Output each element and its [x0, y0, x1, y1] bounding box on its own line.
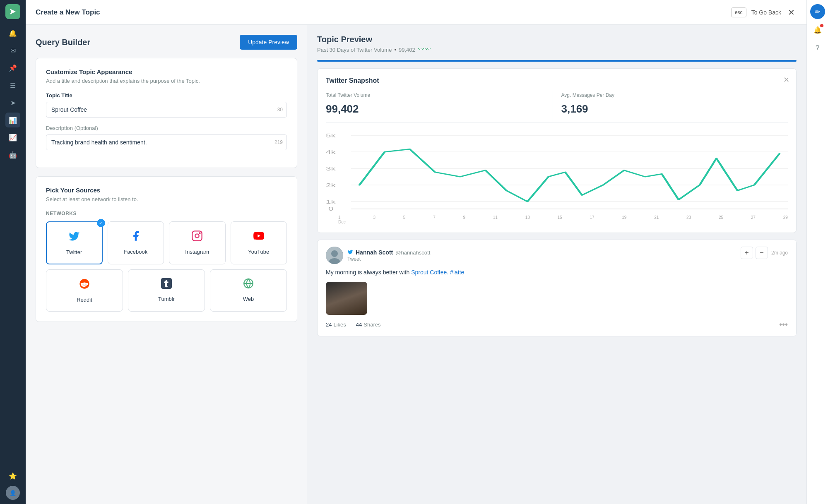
topic-title-label: Topic Title [46, 92, 287, 98]
twitter-bird-small [347, 249, 353, 256]
youtube-label: YouTube [248, 249, 269, 255]
stats-row: Total Twitter Volume 99,402 Avg. Message… [326, 91, 788, 122]
total-volume-stat: Total Twitter Volume 99,402 [326, 91, 553, 122]
tweet-minus-button[interactable]: − [756, 247, 768, 259]
network-card-web[interactable]: Web [210, 269, 287, 312]
sidebar-icon-pin[interactable]: 📌 [5, 60, 20, 75]
edit-icon[interactable]: ✏ [810, 4, 825, 19]
tweet-image-inner [326, 282, 367, 315]
networks-label: Networks [46, 211, 287, 216]
sidebar-icon-notifications[interactable]: 🔔 [5, 26, 20, 41]
youtube-icon [253, 230, 265, 245]
tumblr-icon [161, 278, 172, 292]
network-card-twitter[interactable]: ✓ Twitter [46, 221, 103, 264]
description-wrap: 219 [46, 134, 287, 150]
esc-button[interactable]: esc [731, 7, 746, 17]
sources-card: Pick Your Sources Select at least one ne… [36, 176, 297, 322]
notification-icon[interactable]: 🔔 [810, 22, 825, 37]
query-builder-header: Query Builder Update Preview [36, 35, 297, 50]
tweet-handle: @hannahscott [395, 250, 430, 256]
topic-preview-subtitle: Past 30 Days of Twitter Volume • 99,402 … [317, 46, 797, 53]
tweet-hashtag: #latte [450, 269, 464, 276]
svg-text:5k: 5k [326, 133, 336, 139]
network-card-tumblr[interactable]: Tumblr [128, 269, 205, 312]
svg-point-1 [195, 234, 199, 238]
svg-text:4k: 4k [326, 149, 336, 155]
content-area: Query Builder Update Preview Customize T… [26, 25, 806, 504]
sources-subtitle: Select at least one network to listen to… [46, 196, 287, 202]
left-sidebar: 🔔 ✉ 📌 ☰ ➤ 📊 📈 🤖 ⭐ 👤 [0, 0, 26, 504]
web-label: Web [243, 296, 254, 302]
sidebar-icon-bot[interactable]: 🤖 [5, 147, 20, 162]
tweet-actions-buttons: + − [741, 247, 768, 259]
topic-title-wrap: 30 [46, 102, 287, 118]
topic-title-char-count: 30 [277, 107, 283, 113]
right-panel: Topic Preview Past 30 Days of Twitter Vo… [307, 25, 806, 504]
topic-title-input[interactable] [46, 102, 287, 118]
avg-messages-stat: Avg. Messages Per Day 3,169 [553, 91, 788, 122]
tweet-more-button[interactable]: ••• [779, 320, 788, 329]
network-card-reddit[interactable]: Reddit [46, 269, 123, 312]
topic-preview-title: Topic Preview [317, 35, 797, 44]
tweet-body: My morning is always better with Sprout … [326, 268, 788, 277]
sidebar-icon-star[interactable]: ⭐ [5, 468, 20, 483]
snapshot-card: Twitter Snapshot ✕ Total Twitter Volume … [317, 68, 797, 233]
svg-text:3k: 3k [326, 166, 336, 172]
network-card-facebook[interactable]: Facebook [108, 221, 164, 264]
instagram-label: Instagram [185, 249, 209, 255]
instagram-icon [191, 230, 203, 245]
help-icon[interactable]: ? [810, 41, 825, 55]
network-card-instagram[interactable]: Instagram [169, 221, 226, 264]
chart-x-labels: 1Dec357911 131517192123 252729 [326, 215, 788, 224]
customize-card: Customize Topic Appearance Add a title a… [36, 58, 297, 168]
user-avatar[interactable]: 👤 [6, 486, 20, 500]
reddit-icon [79, 278, 90, 293]
snapshot-close-button[interactable]: ✕ [783, 75, 789, 84]
notification-badge [820, 24, 823, 27]
query-builder-title: Query Builder [36, 38, 90, 47]
facebook-icon [130, 230, 142, 245]
twitter-icon [68, 230, 80, 245]
wave-icon: 〰〰 [418, 46, 431, 53]
tweet-link[interactable]: Sprout Coffee. [411, 269, 448, 276]
description-input[interactable] [46, 134, 287, 150]
avg-messages-label: Avg. Messages Per Day [561, 92, 615, 100]
twitter-check: ✓ [97, 219, 105, 227]
web-icon [243, 278, 254, 292]
update-preview-button[interactable]: Update Preview [240, 35, 297, 50]
sidebar-icon-chart[interactable]: 📈 [5, 130, 20, 145]
sidebar-icon-messages[interactable]: ✉ [5, 43, 20, 58]
svg-text:0: 0 [328, 206, 333, 212]
description-char-count: 219 [274, 139, 283, 145]
right-icon-bar: ✏ 🔔 ? [806, 0, 828, 504]
network-card-youtube[interactable]: YouTube [231, 221, 287, 264]
tweet-user-info: Hannah Scott @hannahscott Tweet [347, 249, 430, 262]
svg-point-2 [200, 233, 200, 233]
go-back-text: To Go Back [751, 9, 781, 16]
svg-point-22 [331, 250, 338, 257]
total-volume-label: Total Twitter Volume [326, 92, 370, 100]
tweet-likes: 24 Likes [326, 322, 346, 328]
tweet-time: 2m ago [771, 250, 788, 256]
tweet-user-row: Hannah Scott @hannahscott Tweet [326, 247, 430, 264]
reddit-label: Reddit [77, 297, 92, 303]
avg-messages-value: 3,169 [561, 103, 788, 115]
left-panel: Query Builder Update Preview Customize T… [26, 25, 307, 504]
tweet-name-row: Hannah Scott @hannahscott [347, 249, 430, 256]
sources-title: Pick Your Sources [46, 187, 287, 194]
sidebar-icon-analytics[interactable]: 📊 [5, 113, 20, 127]
sidebar-icon-send[interactable]: ➤ [5, 95, 20, 110]
svg-rect-0 [193, 231, 202, 240]
tweet-plus-button[interactable]: + [741, 247, 753, 259]
customize-title: Customize Topic Appearance [46, 68, 287, 75]
app-logo [5, 4, 20, 19]
close-button[interactable]: ✕ [786, 6, 797, 19]
customize-subtitle: Add a title and description that explain… [46, 78, 287, 84]
progress-bar [317, 60, 797, 62]
tweet-username: Hannah Scott [356, 249, 393, 256]
svg-point-5 [82, 283, 83, 284]
tweet-card: Hannah Scott @hannahscott Tweet + − 2m a… [317, 240, 797, 336]
svg-point-6 [85, 283, 86, 284]
sidebar-icon-list[interactable]: ☰ [5, 78, 20, 93]
networks-grid-row2: Reddit Tumblr Web [46, 269, 287, 312]
